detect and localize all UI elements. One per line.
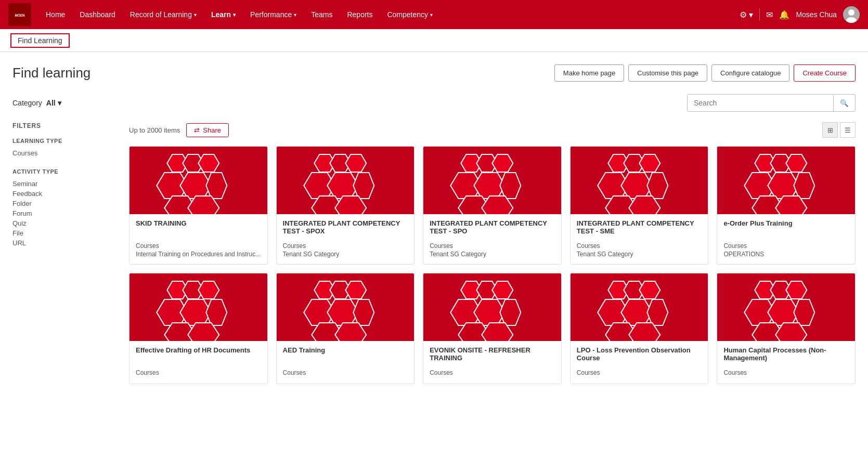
course-title: Effective Drafting of HR Documents — [136, 346, 261, 365]
course-card[interactable]: LPO - Loss Prevention Observation Course… — [570, 273, 709, 384]
course-card[interactable]: Human Capital Processes (Non-Management)… — [717, 273, 856, 384]
avatar[interactable] — [843, 6, 860, 23]
chevron-down-icon: ▾ — [194, 12, 197, 18]
svg-marker-83 — [647, 299, 668, 325]
nav-competency[interactable]: Competency ▾ — [381, 7, 439, 22]
course-card[interactable]: SKID TRAINING Courses Internal Training … — [129, 146, 268, 265]
course-thumbnail — [717, 273, 855, 341]
nav-right: ⚙ ▾ ✉ 🔔 Moses Chua — [740, 6, 860, 23]
svg-point-3 — [848, 9, 854, 16]
course-title: INTEGRATED PLANT COMPETENCY TEST - SPOX — [283, 219, 408, 238]
nav-teams[interactable]: Teams — [305, 7, 339, 22]
nav-dashboard[interactable]: Dashboard — [73, 7, 122, 22]
course-title: INTEGRATED PLANT COMPETENCY TEST - SME — [577, 219, 702, 238]
course-title: EVONIK ONSITE - REFRESHER TRAINING — [430, 346, 555, 365]
grid-view-button[interactable]: ⊞ — [822, 122, 838, 138]
course-thumbnail — [423, 147, 561, 214]
svg-marker-17 — [345, 154, 366, 172]
view-toggles: ⊞ ☰ — [822, 122, 856, 138]
sidebar-url[interactable]: URL — [12, 238, 116, 248]
course-category: Tenant SG Category — [577, 251, 702, 258]
sidebar-folder[interactable]: Folder — [12, 199, 116, 208]
sidebar-seminar[interactable]: Seminar — [12, 179, 116, 189]
sidebar-forum[interactable]: Forum — [12, 208, 116, 218]
chevron-down-icon: ▾ — [749, 10, 753, 20]
svg-marker-47 — [794, 173, 815, 199]
category-value: All — [46, 99, 56, 107]
main-layout: FILTERS LEARNING TYPE Courses ACTIVITY T… — [12, 122, 856, 384]
header-actions: Make home page Customise this page Confi… — [554, 64, 856, 82]
nav-home[interactable]: Home — [40, 7, 71, 22]
filters-header: FILTERS — [12, 122, 116, 129]
svg-marker-65 — [353, 299, 374, 325]
sidebar-file[interactable]: File — [12, 228, 116, 238]
svg-marker-29 — [500, 173, 521, 199]
user-name: Moses Chua — [796, 10, 837, 19]
chevron-down-icon: ▾ — [430, 12, 433, 18]
make-home-button[interactable]: Make home page — [554, 64, 624, 82]
brand-logo[interactable]: MOEN — [8, 3, 31, 26]
courses-grid: SKID TRAINING Courses Internal Training … — [129, 146, 856, 384]
share-button[interactable]: ⇄ Share — [186, 123, 229, 137]
svg-marker-11 — [206, 173, 227, 199]
course-card[interactable]: INTEGRATED PLANT COMPETENCY TEST - SME C… — [570, 146, 709, 265]
share-icon: ⇄ — [194, 126, 200, 134]
nav-reports[interactable]: Reports — [341, 7, 379, 22]
page-title: Find learning — [12, 65, 90, 81]
course-thumbnail — [423, 273, 561, 341]
course-card[interactable]: Effective Drafting of HR Documents Cours… — [129, 273, 268, 384]
category-filter: Category All ▾ — [12, 99, 61, 107]
course-type: Courses — [577, 369, 702, 376]
toolbar-left: Up to 2000 items ⇄ Share — [129, 123, 229, 137]
search-button[interactable]: 🔍 — [833, 95, 855, 111]
course-card[interactable]: INTEGRATED PLANT COMPETENCY TEST - SPO C… — [423, 146, 562, 265]
course-thumbnail — [277, 147, 414, 214]
page-header: Find learning Make home page Customise t… — [12, 64, 856, 82]
course-body: INTEGRATED PLANT COMPETENCY TEST - SPOX … — [277, 214, 414, 264]
course-title: e-Order Plus Training — [723, 219, 849, 238]
nav-performance[interactable]: Performance ▾ — [244, 7, 303, 22]
category-dropdown[interactable]: All ▾ — [46, 99, 61, 107]
course-type: Courses — [723, 242, 849, 250]
course-type: Courses — [430, 369, 555, 376]
configure-button[interactable]: Configure catalogue — [711, 64, 789, 82]
search-input[interactable] — [688, 95, 833, 111]
svg-marker-35 — [639, 154, 660, 172]
course-card[interactable]: e-Order Plus Training Courses OPERATIONS — [717, 146, 856, 265]
svg-marker-20 — [353, 173, 374, 199]
course-body: EVONIK ONSITE - REFRESHER TRAINING Cours… — [423, 341, 561, 384]
course-title: AED Training — [283, 346, 408, 365]
course-body: e-Order Plus Training Courses OPERATIONS — [717, 214, 855, 264]
nav-record-of-learning[interactable]: Record of Learning ▾ — [124, 7, 203, 22]
nav-learn[interactable]: Learn ▾ — [205, 7, 242, 22]
svg-marker-8 — [198, 154, 219, 172]
settings-button[interactable]: ⚙ ▾ — [740, 10, 753, 20]
notification-button[interactable]: 🔔 — [779, 10, 789, 20]
items-count: Up to 2000 items — [129, 126, 180, 134]
customise-button[interactable]: Customise this page — [628, 64, 707, 82]
breadcrumb-find-learning[interactable]: Find Learning — [10, 33, 70, 48]
sidebar-courses[interactable]: Courses — [12, 148, 116, 158]
mail-button[interactable]: ✉ — [766, 10, 773, 20]
sidebar-quiz[interactable]: Quiz — [12, 218, 116, 228]
course-type: Courses — [136, 242, 261, 250]
course-type: Courses — [577, 242, 702, 250]
sidebar-feedback[interactable]: Feedback — [12, 189, 116, 199]
list-view-button[interactable]: ☰ — [840, 122, 856, 138]
create-course-button[interactable]: Create Course — [794, 64, 856, 82]
course-thumbnail — [129, 147, 267, 214]
course-card[interactable]: INTEGRATED PLANT COMPETENCY TEST - SPOX … — [276, 146, 415, 265]
svg-marker-62 — [345, 281, 366, 299]
filter-row: Category All ▾ 🔍 — [12, 94, 856, 112]
course-card[interactable]: EVONIK ONSITE - REFRESHER TRAINING Cours… — [423, 273, 562, 384]
chevron-down-icon: ▾ — [58, 99, 61, 107]
course-thumbnail — [277, 273, 414, 341]
course-title: SKID TRAINING — [136, 219, 261, 238]
course-category: Tenant SG Category — [430, 251, 555, 258]
search-icon: 🔍 — [840, 99, 849, 107]
course-card[interactable]: AED Training Courses — [276, 273, 415, 384]
course-body: AED Training Courses — [277, 341, 414, 384]
svg-text:MOEN: MOEN — [15, 14, 25, 17]
course-type: Courses — [430, 242, 555, 250]
svg-marker-71 — [492, 281, 513, 299]
